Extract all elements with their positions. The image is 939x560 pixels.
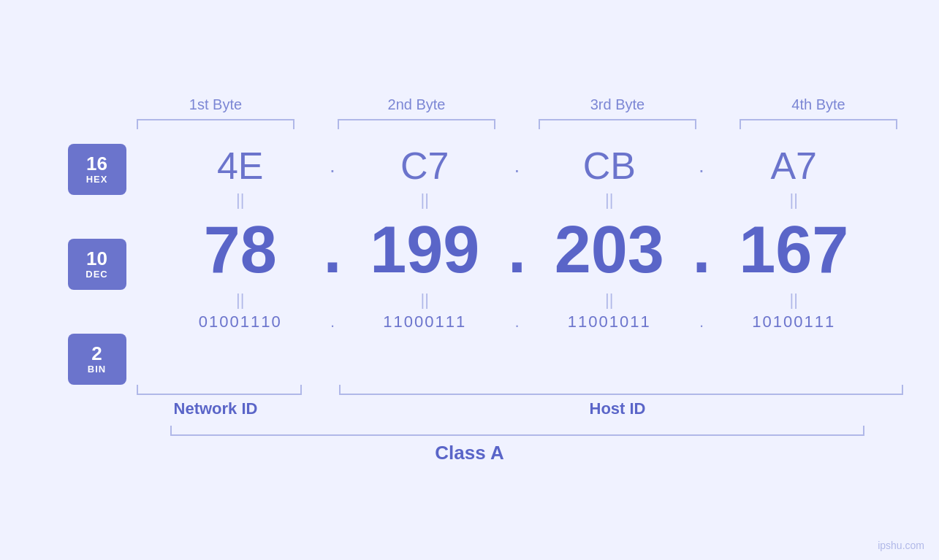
hex-row: 4E . C7 . CB . A7 [163, 144, 872, 188]
values-grid: 4E . C7 . CB . A7 || || || || 78 [163, 144, 872, 385]
byte-headers: 1st Byte 2nd Byte 3rd Byte 4th Byte [115, 96, 919, 113]
eq-1-1: || [163, 191, 319, 210]
equals-row-2: || || || || [163, 291, 872, 310]
bin-row: 01001110 . 11000111 . 11001011 . 1010011… [163, 312, 872, 331]
class-bracket-wrap [163, 426, 872, 436]
dec-dot-1: . [318, 212, 347, 288]
dec-val-1: 78 [163, 212, 319, 288]
eq-1-4: || [716, 191, 872, 210]
eq-2-2: || [347, 291, 503, 310]
top-brackets [115, 119, 919, 129]
watermark: ipshu.com [878, 540, 924, 551]
bracket-top-1 [137, 119, 295, 129]
byte1-header: 1st Byte [115, 96, 316, 113]
class-label: Class A [68, 442, 872, 464]
bracket-cell-4 [718, 119, 919, 129]
dec-badge-num: 10 [86, 248, 107, 269]
class-section: Class A [68, 426, 872, 464]
hex-dot-1: . [318, 154, 347, 177]
host-id-label: Host ID [316, 399, 919, 418]
hex-badge-label: HEX [86, 174, 108, 185]
hex-badge-num: 16 [86, 153, 107, 174]
bin-dot-2: . [503, 312, 532, 331]
main-container: 1st Byte 2nd Byte 3rd Byte 4th Byte 16 H… [68, 96, 872, 464]
bracket-top-4 [740, 119, 898, 129]
bin-val-1: 01001110 [163, 312, 319, 331]
equals-row-1: || || || || [163, 191, 872, 210]
bin-badge-label: BIN [88, 364, 106, 375]
hex-dot-3: . [687, 154, 716, 177]
bracket-top-3 [539, 119, 697, 129]
eq-2-4: || [716, 291, 872, 310]
dec-dot-3: . [687, 212, 716, 288]
hex-val-4: A7 [716, 144, 872, 188]
eq-1-2: || [347, 191, 503, 210]
dec-val-3: 203 [532, 212, 688, 288]
rows-area: 16 HEX 10 DEC 2 BIN 4E . C7 . CB . A7 [68, 144, 872, 385]
bracket-cell-1 [115, 119, 316, 129]
bin-val-2: 11000111 [347, 312, 503, 331]
dec-badge: 10 DEC [68, 239, 126, 290]
bin-badge: 2 BIN [68, 334, 126, 385]
eq-2-3: || [532, 291, 688, 310]
dec-row: 78 . 199 . 203 . 167 [163, 212, 872, 288]
bin-badge-num: 2 [91, 343, 102, 364]
network-bracket-wrap [115, 385, 324, 395]
bracket-cell-3 [517, 119, 718, 129]
dec-badge-label: DEC [85, 269, 107, 280]
dec-val-2: 199 [347, 212, 503, 288]
bin-val-4: 10100111 [716, 312, 872, 331]
eq-1-3: || [532, 191, 688, 210]
dec-val-4: 167 [716, 212, 872, 288]
byte3-header: 3rd Byte [517, 96, 718, 113]
hex-badge: 16 HEX [68, 144, 126, 195]
host-bracket-wrap [324, 385, 919, 395]
dec-dot-2: . [503, 212, 532, 288]
hex-val-1: 4E [163, 144, 319, 188]
bin-dot-3: . [687, 312, 716, 331]
hex-val-3: CB [532, 144, 688, 188]
bin-dot-1: . [318, 312, 347, 331]
bottom-brackets [115, 385, 919, 395]
bin-val-3: 11001011 [532, 312, 688, 331]
bottom-section: Network ID Host ID [115, 385, 919, 418]
byte2-header: 2nd Byte [316, 96, 517, 113]
eq-2-1: || [163, 291, 319, 310]
labels-column: 16 HEX 10 DEC 2 BIN [68, 144, 163, 385]
host-bracket [339, 385, 902, 395]
hex-dot-2: . [503, 154, 532, 177]
bracket-cell-2 [316, 119, 517, 129]
network-id-label: Network ID [115, 399, 316, 418]
class-bracket [170, 426, 864, 436]
network-bracket [137, 385, 301, 395]
byte4-header: 4th Byte [718, 96, 919, 113]
bracket-top-2 [338, 119, 496, 129]
hex-val-2: C7 [347, 144, 503, 188]
network-host-labels: Network ID Host ID [115, 399, 919, 418]
